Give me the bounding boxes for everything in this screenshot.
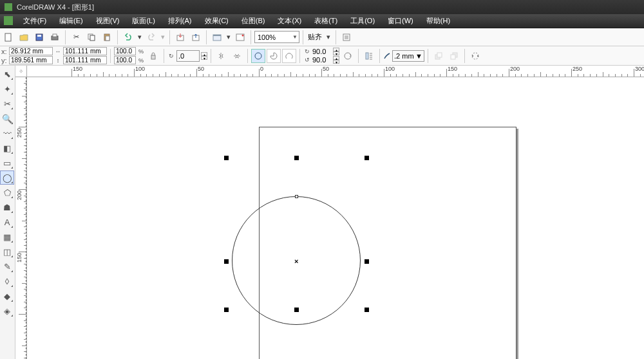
width-icon: ↔	[54, 48, 62, 55]
menu-item[interactable]: 效果(C)	[198, 14, 235, 28]
scale-x-input[interactable]	[114, 47, 136, 55]
to-back-button[interactable]	[447, 49, 461, 63]
svg-point-26	[477, 55, 478, 57]
print-button[interactable]	[48, 30, 62, 44]
menu-item[interactable]: 版面(L)	[126, 14, 161, 28]
redo-dropdown[interactable]: ▾	[160, 30, 166, 44]
sel-handle-br[interactable]	[365, 308, 369, 312]
rotation-icon: ↻	[167, 52, 175, 60]
sel-handle-mr[interactable]	[365, 259, 369, 264]
import-button[interactable]	[173, 30, 187, 44]
menu-item[interactable]: 文件(F)	[17, 14, 53, 28]
sel-handle-ml[interactable]	[224, 259, 229, 264]
canvas-viewport[interactable]: ×	[27, 77, 644, 359]
y-input[interactable]	[9, 56, 53, 64]
scale-y-input[interactable]	[114, 56, 136, 64]
menu-item[interactable]: 排列(A)	[162, 14, 198, 28]
outline-value: .2 mm	[394, 52, 414, 60]
zoom-tool[interactable]: 🔍	[0, 111, 14, 125]
to-front-button[interactable]	[431, 49, 446, 63]
size-group: ↔ ↕	[54, 47, 107, 64]
ruler-origin-button[interactable]: ✧	[15, 66, 27, 77]
rectangle-tool[interactable]: ▭	[0, 156, 14, 170]
blend-tool[interactable]: ◫	[0, 244, 14, 259]
app-icon	[4, 3, 13, 12]
outline-width-combo[interactable]: .2 mm ▼	[392, 50, 424, 62]
sel-center-marker[interactable]: ×	[294, 257, 298, 265]
menu-item[interactable]: 视图(V)	[90, 14, 126, 28]
fill-tool[interactable]: ◆	[0, 289, 14, 303]
percent-icon: %	[137, 48, 145, 55]
undo-dropdown[interactable]: ▾	[137, 30, 143, 44]
ellipse-start-node[interactable]	[295, 195, 298, 198]
arc-type-button[interactable]	[282, 49, 296, 63]
x-input[interactable]	[9, 47, 53, 55]
zoom-combo[interactable]: 100% ▼	[254, 31, 299, 43]
menu-item[interactable]: 位图(B)	[235, 14, 272, 28]
interactive-fill-tool[interactable]: ◈	[0, 304, 14, 318]
pie-type-button[interactable]	[267, 49, 281, 63]
new-button[interactable]	[1, 30, 15, 44]
end-angle-stepper[interactable]: ▴▾	[333, 56, 339, 64]
rotation-input[interactable]: .0	[176, 50, 200, 62]
lock-ratio-button[interactable]	[146, 49, 160, 63]
undo-button[interactable]	[121, 30, 135, 44]
ruler-horizontal[interactable]: 15010050050100150200250300	[27, 66, 644, 77]
start-angle-value[interactable]: 90.0	[312, 48, 332, 55]
text-tool[interactable]: A	[0, 215, 14, 229]
doc-icon	[4, 16, 13, 25]
smartfill-tool[interactable]: ◧	[0, 141, 14, 155]
crop-tool[interactable]: ✂	[0, 97, 14, 111]
cut-button[interactable]: ✂	[69, 30, 83, 44]
sel-handle-tl[interactable]	[224, 156, 229, 160]
freehand-tool[interactable]: 〰	[0, 126, 14, 140]
table-tool[interactable]: ▦	[0, 230, 14, 244]
open-button[interactable]	[17, 30, 31, 44]
menu-item[interactable]: 表格(T)	[308, 14, 344, 28]
convert-curves-button[interactable]	[468, 49, 482, 63]
start-angle-stepper[interactable]: ▴▾	[333, 48, 339, 55]
sel-handle-bl[interactable]	[224, 308, 229, 312]
outline-tool[interactable]: ◊	[0, 274, 14, 288]
basic-shapes-tool[interactable]: ☗	[0, 200, 14, 214]
rotation-stepper[interactable]: ▴▾	[201, 52, 207, 60]
wrap-text-button[interactable]	[362, 49, 376, 63]
direction-button[interactable]	[341, 49, 355, 63]
options-button[interactable]	[339, 30, 354, 44]
mirror-v-button[interactable]	[230, 49, 244, 63]
snap-dropdown[interactable]: ▾	[325, 30, 332, 44]
menu-item[interactable]: 文本(X)	[271, 14, 308, 28]
height-input[interactable]	[63, 56, 107, 64]
svg-rect-8	[106, 36, 109, 41]
chevron-down-icon: ▼	[292, 34, 298, 40]
paste-button[interactable]	[100, 30, 114, 44]
app-launcher-button[interactable]	[210, 30, 224, 44]
ellipse-type-button[interactable]	[251, 49, 265, 63]
redo-button[interactable]	[144, 30, 158, 44]
menu-item[interactable]: 编辑(E)	[53, 14, 90, 28]
svg-rect-21	[437, 53, 442, 57]
snap-label: 贴齐	[307, 32, 323, 42]
ellipse-tool[interactable]: ◯	[0, 170, 14, 185]
menu-item[interactable]: 窗口(W)	[381, 14, 420, 28]
export-button[interactable]	[189, 30, 203, 44]
ruler-vertical[interactable]: 300250200150	[15, 77, 27, 359]
welcome-button[interactable]	[233, 30, 247, 44]
pick-tool[interactable]: ⬉	[0, 67, 14, 81]
sel-handle-tr[interactable]	[365, 156, 369, 160]
width-input[interactable]	[63, 47, 107, 55]
polygon-tool[interactable]: ⬠	[0, 185, 14, 199]
scale-group: % %	[114, 47, 145, 64]
percent-icon: %	[137, 57, 145, 64]
menu-item[interactable]: 帮助(H)	[420, 14, 457, 28]
menu-item[interactable]: 工具(O)	[344, 14, 381, 28]
sel-handle-tc[interactable]	[294, 156, 299, 160]
sel-handle-bc[interactable]	[294, 308, 299, 312]
copy-button[interactable]	[84, 30, 99, 44]
shape-tool[interactable]: ✦	[0, 82, 14, 96]
mirror-h-button[interactable]	[214, 49, 229, 63]
end-angle-value[interactable]: 90.0	[312, 56, 332, 64]
save-button[interactable]	[32, 30, 46, 44]
eyedropper-tool[interactable]: ✎	[0, 259, 14, 273]
app-launcher-dropdown[interactable]: ▾	[225, 30, 232, 44]
